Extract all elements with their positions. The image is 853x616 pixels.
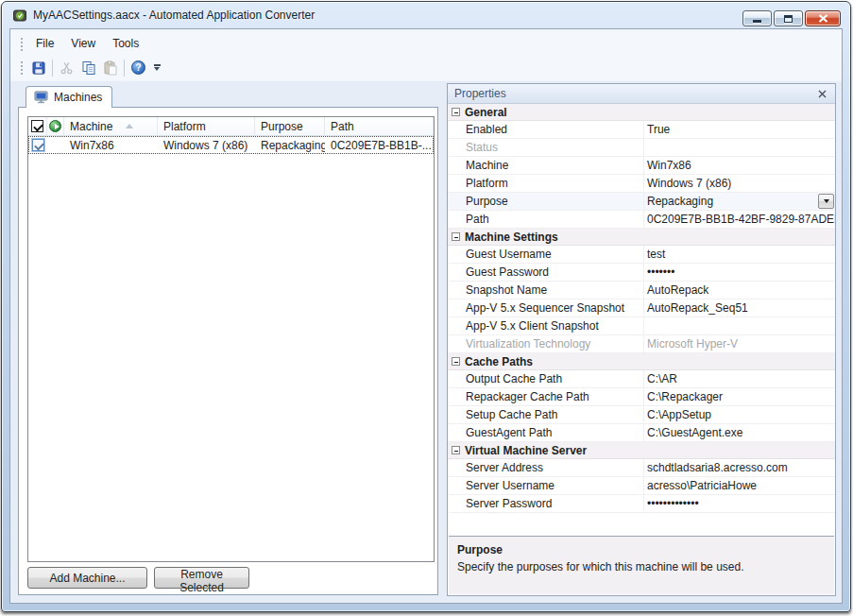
property-value[interactable]: acresso\PatriciaHowe [644,479,835,492]
collapse-icon[interactable] [452,446,460,454]
collapse-icon[interactable] [452,357,460,366]
remove-selected-button[interactable]: Remove Selected [154,567,249,589]
property-value[interactable]: ••••••• [644,265,835,279]
property-value[interactable]: Microsoft Hyper-V [644,337,835,351]
cut-icon [60,60,74,75]
property-label: Status [466,139,644,156]
property-label: App-V 5.x Sequencer Snapshot [466,299,644,317]
description-title: Purpose [457,543,826,556]
cell-purpose: Repackaging [255,136,325,154]
property-value[interactable]: test [644,248,835,261]
property-row-app-v-5-x-sequencer-snapshot[interactable]: App-V 5.x Sequencer SnapshotAutoRepack_S… [448,299,835,317]
property-row-guest-username[interactable]: Guest Usernametest [448,246,835,264]
toolbar-separator [124,60,125,77]
property-row-enabled[interactable]: EnabledTrue [448,121,835,139]
column-header-purpose[interactable]: Purpose [255,117,325,135]
overflow-icon [154,64,161,66]
save-icon [31,60,46,76]
save-button[interactable] [27,58,49,78]
property-value[interactable]: C:\GuestAgent.exe [644,426,835,439]
cell-path: 0C209E7B-BB1B-... [325,136,434,154]
property-row-server-username[interactable]: Server Usernameacresso\PatriciaHowe [448,477,835,495]
property-row-output-cache-path[interactable]: Output Cache PathC:\AR [448,370,835,388]
property-value[interactable]: Windows 7 (x86) [644,177,835,190]
property-row-snapshot-name[interactable]: Snapshot NameAutoRepack [448,282,835,299]
section-header-general[interactable]: General [448,104,835,121]
copy-button[interactable] [77,58,99,78]
property-label: Server Address [466,459,644,476]
close-icon [818,90,827,98]
help-icon: ? [131,60,145,75]
minimize-button[interactable] [742,10,772,26]
property-value[interactable]: C:\AR [644,372,835,385]
property-row-machine[interactable]: MachineWin7x86 [448,157,835,175]
add-machine-button[interactable]: Add Machine... [27,567,147,589]
property-row-guestagent-path[interactable]: GuestAgent PathC:\GuestAgent.exe [448,424,835,442]
property-value[interactable]: AutoRepack [644,283,835,297]
property-label: Setup Cache Path [466,406,644,423]
dropdown-button[interactable] [818,194,834,209]
menu-file[interactable]: File [27,34,62,53]
property-value[interactable]: True [644,123,835,136]
property-label: Output Cache Path [466,370,644,387]
property-label: Purpose [466,193,644,210]
property-value[interactable]: AutoRepack_Seq51 [644,301,835,315]
row-checkbox[interactable] [32,139,44,151]
section-header-virtual-machine-server[interactable]: Virtual Machine Server [448,442,835,459]
title-bar[interactable]: MyAACSettings.aacx - Automated Applicati… [2,2,850,28]
property-value[interactable]: C:\Repackager [644,390,835,403]
menu-tools[interactable]: Tools [104,34,147,53]
property-value[interactable]: Repackaging [644,195,835,208]
toolbar-grip-handle[interactable] [20,60,24,75]
property-label: Repackager Cache Path [466,388,644,405]
properties-close-button[interactable] [815,87,828,100]
toolbar: ? [10,55,842,80]
column-header-machine[interactable]: Machine [64,117,158,135]
property-row-platform[interactable]: PlatformWindows 7 (x86) [448,175,835,193]
section-header-machine-settings[interactable]: Machine Settings [448,229,835,246]
run-status-icon [49,120,61,132]
property-row-server-address[interactable]: Server Addressschdtladsaria8.acresso.com [448,459,835,477]
copy-icon [81,60,96,76]
property-row-purpose[interactable]: PurposeRepackaging [448,193,835,211]
property-row-guest-password[interactable]: Guest Password••••••• [448,264,835,282]
maximize-button[interactable] [774,10,803,26]
toolbar-overflow-button[interactable] [151,58,162,78]
help-button[interactable]: ? [128,58,149,78]
property-value[interactable]: C:\AppSetup [644,408,835,421]
property-value[interactable]: ••••••••••••• [644,497,835,510]
column-header-platform[interactable]: Platform [158,117,255,135]
property-label: App-V 5.x Client Snapshot [466,317,644,334]
property-label: Server Password [466,495,644,512]
close-button[interactable] [805,10,841,26]
tab-machines[interactable]: Machines [26,86,112,108]
property-row-repackager-cache-path[interactable]: Repackager Cache PathC:\Repackager [448,388,835,406]
window-controls [742,10,841,26]
property-label: Platform [466,175,644,192]
menu-view[interactable]: View [62,34,104,53]
cut-button[interactable] [56,58,77,78]
property-row-status[interactable]: Status [448,139,835,157]
toolbar-separator [52,60,53,77]
paste-button[interactable] [99,58,121,78]
properties-header: Properties [448,84,835,104]
menu-grip-handle[interactable] [20,37,24,51]
app-icon [12,8,27,23]
section-header-cache-paths[interactable]: Cache Paths [448,353,835,370]
property-value[interactable]: schdtladsaria8.acresso.com [644,461,835,474]
property-row-app-v-5-x-client-snapshot[interactable]: App-V 5.x Client Snapshot [448,317,835,335]
property-value[interactable]: Win7x86 [644,159,835,172]
table-row-win7x86[interactable]: Win7x86 Windows 7 (x86) Repackaging 0C20… [28,136,434,154]
collapse-icon[interactable] [452,108,460,116]
column-header-path[interactable]: Path [325,117,434,135]
property-label: GuestAgent Path [466,424,644,441]
property-row-path[interactable]: Path0C209E7B-BB1B-42BF-9829-87ADED2E8 [448,211,835,229]
property-label: Snapshot Name [466,282,644,299]
property-row-server-password[interactable]: Server Password••••••••••••• [448,495,835,513]
collapse-icon[interactable] [452,232,460,241]
property-value[interactable]: 0C209E7B-BB1B-42BF-9829-87ADED2E8 [644,213,835,226]
paste-icon [103,60,118,76]
property-row-virtualization-technology[interactable]: Virtualization TechnologyMicrosoft Hyper… [448,335,835,353]
property-row-setup-cache-path[interactable]: Setup Cache PathC:\AppSetup [448,406,835,424]
select-all-checkbox[interactable] [31,120,43,132]
